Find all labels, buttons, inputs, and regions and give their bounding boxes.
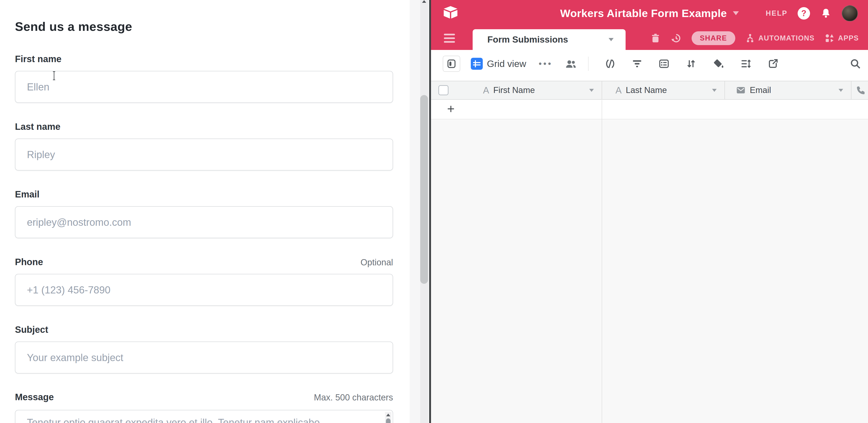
- active-table-name: Form Submissions: [487, 34, 568, 44]
- base-actions: SHARE AUTOMATIONS: [650, 27, 859, 50]
- subject-input[interactable]: [15, 341, 393, 373]
- message-placeholder: Tenetur optio quaerat expedita vero et i…: [27, 417, 320, 423]
- last-name-field: Last name: [15, 122, 393, 132]
- grid-body: [431, 120, 868, 423]
- view-switcher[interactable]: Grid view: [471, 58, 526, 70]
- column-name: First Name: [493, 85, 535, 95]
- form-title: Send us a message: [15, 19, 132, 34]
- help-button[interactable]: HELP: [766, 9, 787, 18]
- column-name: Last Name: [626, 85, 667, 95]
- message-textarea[interactable]: Tenetur optio quaerat expedita vero et i…: [15, 410, 393, 423]
- base-title: Workers Airtable Form Example: [560, 7, 727, 20]
- views-sidebar-toggle-button[interactable]: [443, 56, 460, 72]
- email-field-icon: [736, 85, 746, 95]
- scroll-up-arrow-icon[interactable]: [422, 0, 426, 3]
- chevron-down-icon: [589, 89, 594, 92]
- text-field-icon: A: [483, 85, 489, 95]
- add-row[interactable]: +: [431, 100, 868, 119]
- phone-label: Phone: [15, 257, 393, 267]
- last-name-input[interactable]: [15, 139, 393, 171]
- chevron-down-icon: [839, 89, 843, 92]
- add-row-plus-icon: +: [447, 102, 455, 115]
- help-icon[interactable]: ?: [798, 7, 810, 20]
- share-label: SHARE: [700, 34, 727, 42]
- notifications-bell-icon[interactable]: [820, 8, 832, 19]
- phone-field-icon: [856, 85, 866, 95]
- textarea-scrollbar[interactable]: [385, 412, 392, 423]
- text-cursor-icon: [51, 71, 57, 81]
- base-title-menu[interactable]: Workers Airtable Form Example: [560, 0, 739, 27]
- share-view-icon[interactable]: [768, 58, 778, 69]
- search-icon[interactable]: [849, 58, 861, 69]
- automations-button[interactable]: AUTOMATIONS: [745, 33, 814, 43]
- first-name-input[interactable]: [15, 71, 393, 103]
- subject-field: Subject: [15, 325, 393, 335]
- text-field-icon: A: [616, 85, 622, 95]
- grid-view-icon: [471, 58, 483, 70]
- view-toolbar: Grid view •••: [431, 50, 868, 78]
- contact-form-pane: Send us a message First name Last name E…: [0, 0, 410, 423]
- tab-form-submissions[interactable]: Form Submissions: [473, 29, 626, 50]
- sort-icon[interactable]: [686, 58, 696, 69]
- group-icon[interactable]: [658, 58, 670, 69]
- pane-split-divider[interactable]: [429, 0, 431, 423]
- automations-icon: [745, 33, 755, 43]
- select-all-cell: [431, 81, 470, 99]
- avatar[interactable]: [842, 5, 858, 22]
- select-all-checkbox[interactable]: [438, 85, 448, 95]
- apps-button[interactable]: APPS: [824, 33, 859, 43]
- textarea-scrollbar-thumb[interactable]: [386, 418, 391, 423]
- scroll-up-arrow-icon[interactable]: [386, 414, 390, 416]
- question-mark-glyph: ?: [801, 8, 806, 18]
- collaborators-icon[interactable]: [564, 58, 578, 69]
- column-header-phone[interactable]: Phone: [851, 81, 868, 99]
- chevron-down-icon: [733, 11, 739, 15]
- airtable-logo-icon: [443, 5, 458, 19]
- color-icon[interactable]: [713, 58, 724, 69]
- scrollbar-thumb[interactable]: [420, 95, 428, 284]
- first-name-field: First name: [15, 54, 393, 64]
- airtable-pane: Workers Airtable Form Example HELP ?: [431, 0, 868, 423]
- phone-optional-hint: Optional: [361, 258, 393, 267]
- row-height-icon[interactable]: [740, 58, 751, 69]
- screen: Send us a message First name Last name E…: [0, 0, 868, 423]
- table-tabs-bar: Form Submissions SHARE: [431, 27, 868, 50]
- grid-header-row: A First Name A Last Name Email: [431, 81, 868, 100]
- topbar-actions: HELP ?: [766, 0, 858, 27]
- history-icon[interactable]: [671, 32, 682, 44]
- hide-fields-icon[interactable]: [604, 58, 616, 69]
- apps-label: APPS: [838, 34, 859, 42]
- message-maxchars-hint: Max. 500 characters: [314, 393, 393, 402]
- airtable-topbar: Workers Airtable Form Example HELP ?: [431, 0, 868, 27]
- trash-icon[interactable]: [650, 33, 661, 43]
- phone-input[interactable]: [15, 274, 393, 306]
- email-input[interactable]: [15, 206, 393, 238]
- share-button[interactable]: SHARE: [691, 31, 736, 45]
- chevron-down-icon: [712, 89, 717, 92]
- browser-scrollbar-gutter: [410, 0, 429, 423]
- apps-icon: [824, 33, 835, 43]
- column-header-last-name[interactable]: A Last Name: [602, 81, 724, 99]
- view-name: Grid view: [487, 58, 526, 69]
- column-header-first-name[interactable]: A First Name: [470, 81, 602, 99]
- email-label: Email: [15, 189, 393, 200]
- sidebar-toggle-icon: [446, 58, 457, 69]
- column-name: Email: [750, 85, 771, 95]
- filter-icon[interactable]: [632, 58, 642, 69]
- frozen-column-divider: [602, 100, 602, 423]
- hamburger-menu-button[interactable]: [444, 34, 455, 43]
- subject-label: Subject: [15, 325, 393, 335]
- message-field: Message Max. 500 characters Tenetur opti…: [15, 392, 393, 402]
- automations-label: AUTOMATIONS: [758, 34, 814, 42]
- first-name-label: First name: [15, 54, 393, 64]
- scrollbar-track[interactable]: [420, 0, 428, 423]
- chevron-down-icon: [609, 38, 614, 41]
- view-more-button[interactable]: •••: [539, 59, 553, 69]
- toolbar-divider: [588, 57, 589, 71]
- last-name-label: Last name: [15, 122, 393, 132]
- email-field: Email: [15, 189, 393, 200]
- column-header-email[interactable]: Email: [724, 81, 851, 99]
- phone-field: Phone Optional: [15, 257, 393, 267]
